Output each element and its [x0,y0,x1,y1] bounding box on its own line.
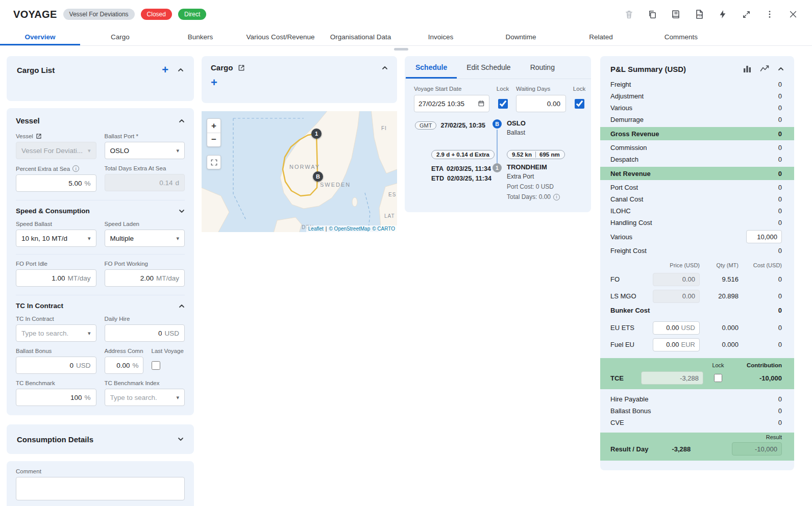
bunker-row: LS MGO 0.00 20.898 0 [600,288,794,305]
ballast-port-select[interactable]: OSLO [105,142,185,159]
waiting-days-input[interactable] [522,100,560,108]
main-tab[interactable]: Organisational Data [321,29,401,45]
bunker-table-header: Price (USD) Qty (MT) Cost (USD) [600,260,794,271]
collapse-cargo-icon[interactable] [382,65,388,71]
main-tab[interactable]: Cargo [80,29,160,45]
eu-price-input[interactable]: 0.00 EUR [653,338,700,351]
journal-icon[interactable] [670,9,681,20]
net-revenue-row: Net Revenue0 [600,167,794,180]
main-tab[interactable]: Bunkers [160,29,240,45]
waiting-days-lock-checkbox[interactable] [575,99,584,109]
zoom-in-button[interactable]: + [207,119,220,133]
main-tab[interactable]: Comments [641,29,721,45]
tc-benchmark-index-select[interactable]: Type to search. [105,389,185,406]
consumption-details-card[interactable]: Consumption Details [7,424,194,454]
tce-lock-checkbox[interactable] [714,374,722,382]
tc-benchmark-input[interactable] [21,394,82,401]
bunker-row: FO 0.00 9.516 0 [600,271,794,288]
actions-icon[interactable] [717,9,728,20]
bar-chart-icon[interactable] [743,64,752,73]
map-fullscreen-button[interactable] [207,155,221,169]
schedule-tab[interactable]: Schedule [406,56,457,79]
bunker-price-input[interactable]: 0.00 [653,290,700,303]
comment-textarea[interactable] [16,477,185,500]
origin-port-type: Ballast [507,129,526,136]
close-icon[interactable] [788,9,799,20]
origin-port-name: OSLO [507,119,526,127]
main-tab[interactable]: Various Cost/Revenue [240,29,321,45]
leg-speed-pill: 9.52 kn 695 nm [507,150,565,159]
trend-chart-icon[interactable] [760,64,770,73]
main-tab[interactable]: Downtime [481,29,561,45]
calendar-icon[interactable] [478,99,485,108]
collapse-vessel-icon[interactable] [179,118,185,124]
speed-laden-select[interactable]: Multiple [105,230,185,247]
vessel-select[interactable]: Vessel For Deviati... [16,142,96,159]
expand-icon[interactable] [741,9,752,20]
add-cargo-icon[interactable]: + [162,65,168,74]
drag-handle[interactable] [394,48,408,50]
copy-icon[interactable] [647,9,658,20]
eu-row: Fuel EU 0.00 EUR 0.000 0 [600,336,794,353]
tc-benchmark-field: TC Benchmark % [16,380,96,406]
timeline-origin-marker[interactable]: B [493,119,502,129]
open-vessel-icon[interactable] [36,133,42,139]
timeline-extra-port-marker[interactable]: 1 [493,163,502,172]
address-comn-input[interactable] [109,362,130,369]
fo-port-working-input[interactable] [110,274,154,282]
open-cargo-icon[interactable] [238,64,245,71]
tce-input [646,374,699,382]
waiting-days-input-box [516,95,566,112]
last-voyage-checkbox[interactable] [152,361,160,370]
map-marker-ballast-port[interactable]: B [313,171,323,182]
main-tab[interactable]: Invoices [401,29,481,45]
more-icon[interactable] [764,9,775,20]
eu-price-input[interactable]: 0.00 USD [653,321,700,335]
fo-port-idle-input-box: MT/day [16,269,96,287]
leaflet-link[interactable]: Leaflet [308,226,324,232]
speed-ballast-label: Speed Ballast [16,221,52,227]
ballast-bonus-input[interactable] [21,362,73,369]
schedule-timeline: GMT 27/02/25, 10:35 B OSLO Ballast 2.9 d… [405,119,591,206]
pdf-icon[interactable]: PDF [694,9,705,20]
etd-value: 02/03/25, 11:34 [447,175,491,182]
tc-in-contract-label: TC In Contract [16,316,54,322]
fo-port-working-label: FO Port Working [105,261,148,267]
daily-hire-label: Daily Hire [105,316,130,322]
pnl-row: ILOHC0 [600,205,794,217]
osm-link[interactable]: © OpenStreetMap [329,226,370,232]
vessel-card-title: Vessel [16,116,40,125]
total-days-extra-label: Total Days Extra At Sea [105,165,166,171]
fo-port-idle-field: FO Port Idle MT/day [16,261,96,287]
daily-hire-input-box: USD [105,324,185,342]
leg-duration-pill: 2.9 d + 0.14 d Extra [431,150,495,159]
collapse-pnl-icon[interactable] [778,66,784,72]
fo-port-idle-input[interactable] [21,274,65,282]
collapse-cargo-list-icon[interactable] [178,67,184,73]
various-cost-input[interactable] [751,233,777,241]
fo-port-working-input-box: MT/day [105,269,185,287]
schedule-tab[interactable]: Edit Schedule [457,56,520,79]
tc-in-contract-select[interactable]: Type to search. [16,324,96,342]
pnl-revenue-rows: Freight0 Adjustment0 Various0 Demurrage0 [600,79,794,125]
daily-hire-input[interactable] [110,330,162,337]
delete-icon[interactable] [623,9,634,20]
info-icon[interactable] [72,165,79,172]
tc-in-contract-section-header[interactable]: TC In Contract [16,295,185,310]
add-cargo-item-icon[interactable]: + [211,76,217,89]
carto-link[interactable]: © CARTO [372,226,395,232]
voyage-start-lock-checkbox[interactable] [498,99,508,109]
speed-ballast-select[interactable]: 10 kn, 10 MT/d [16,230,96,247]
bunker-price-input[interactable]: 0.00 [653,273,700,286]
map-marker-extra-port[interactable]: 1 [311,129,322,139]
info-icon[interactable] [553,194,560,200]
percent-extra-input[interactable] [21,180,82,187]
map[interactable]: NORWAY SWEDEN FI ES LAT DEN 1 B + − Leaf… [202,111,397,232]
voyage-start-input[interactable] [419,100,475,108]
zoom-out-button[interactable]: − [207,133,220,146]
schedule-tab[interactable]: Routing [521,56,564,79]
chevron-down-icon [88,330,91,337]
main-tab[interactable]: Overview [0,29,80,45]
main-tab[interactable]: Related [561,29,641,45]
speed-consumption-section-header[interactable]: Speed & Consumption [16,200,185,215]
